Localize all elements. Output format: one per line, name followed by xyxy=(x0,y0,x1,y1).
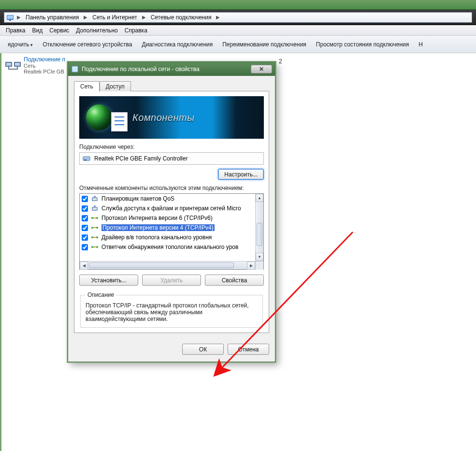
protocol-icon xyxy=(91,233,99,241)
svg-point-22 xyxy=(96,227,98,229)
connection-list-item[interactable]: Подключение п Сеть Realtek PCIe GB xyxy=(4,56,67,74)
close-button[interactable]: ✕ xyxy=(251,65,272,73)
breadcrumb[interactable]: ▶ Панель управления ▶ Сеть и Интернет ▶ … xyxy=(4,12,472,23)
remove-button: Удалить xyxy=(142,275,201,286)
chevron-right-icon: ▶ xyxy=(216,15,220,20)
component-checkbox[interactable] xyxy=(82,215,88,221)
install-button[interactable]: Установить... xyxy=(79,275,138,286)
svg-point-27 xyxy=(91,246,93,248)
svg-rect-6 xyxy=(15,63,20,66)
component-label: Протокол Интернета версии 4 (TCP/IPv4) xyxy=(101,224,215,231)
connect-via-label: Подключение через: xyxy=(79,144,264,150)
svg-point-24 xyxy=(91,236,93,238)
dialog-titlebar[interactable]: Подключение по локальной сети - свойства… xyxy=(68,62,275,76)
protocol-icon xyxy=(91,243,99,251)
svg-rect-5 xyxy=(6,63,11,66)
network-adapter-icon xyxy=(4,56,22,73)
svg-rect-1 xyxy=(7,15,13,19)
components-label: Отмеченные компоненты используются этим … xyxy=(79,185,264,191)
menu-item-service[interactable]: Сервис xyxy=(49,27,69,34)
toolbar-view-status[interactable]: Просмотр состояния подключения xyxy=(311,39,414,50)
menu-item-edit[interactable]: Правка xyxy=(6,27,26,34)
component-row[interactable]: Ответчик обнаружения топологии канальног… xyxy=(80,242,255,252)
component-row[interactable]: Служба доступа к файлам и принтерам сете… xyxy=(80,204,255,213)
scroll-left-icon[interactable]: ◀ xyxy=(80,262,88,270)
scroll-up-icon[interactable]: ▲ xyxy=(256,194,263,202)
properties-button[interactable]: Свойства xyxy=(205,275,264,286)
svg-point-21 xyxy=(91,227,93,229)
toolbar-organize[interactable]: ядочить xyxy=(3,39,38,50)
svg-rect-9 xyxy=(84,159,85,161)
breadcrumb-item[interactable]: Сетевые подключения xyxy=(149,13,214,22)
component-checkbox[interactable] xyxy=(82,225,88,231)
banner: Компоненты xyxy=(79,96,264,139)
service-icon xyxy=(91,195,99,203)
chevron-right-icon: ▶ xyxy=(17,15,21,20)
component-checkbox[interactable] xyxy=(82,196,88,202)
scroll-right-icon[interactable]: ▶ xyxy=(247,262,255,270)
menu-bar: Правка Вид Сервис Дополнительно Справка xyxy=(0,25,476,36)
adapter-name: Realtek PCIe GBE Family Controller xyxy=(94,155,188,162)
component-row[interactable]: Протокол Интернета версии 4 (TCP/IPv4) xyxy=(80,223,255,233)
scroll-down-icon[interactable]: ▼ xyxy=(256,253,263,261)
scroll-thumb[interactable] xyxy=(89,262,234,268)
configure-button[interactable]: Настроить... xyxy=(218,169,264,180)
component-row[interactable]: Планировщик пакетов QoS xyxy=(80,194,255,204)
component-row[interactable]: Драйвер в/в тополога канального уровня xyxy=(80,233,255,242)
svg-point-18 xyxy=(91,217,93,219)
menu-item-view[interactable]: Вид xyxy=(32,27,43,34)
svg-rect-15 xyxy=(93,208,97,210)
ok-button[interactable]: ОК xyxy=(182,344,224,355)
dialog-icon xyxy=(71,65,79,73)
component-checkbox[interactable] xyxy=(82,234,88,241)
svg-rect-12 xyxy=(93,198,97,200)
tab-access[interactable]: Доступ xyxy=(100,81,131,91)
control-panel-icon xyxy=(6,14,14,21)
description-text: Протокол TCP/IP - стандартный протокол г… xyxy=(86,302,258,322)
properties-dialog: Подключение по локальной сети - свойства… xyxy=(68,62,275,362)
svg-point-28 xyxy=(96,246,98,248)
tab-panel-network: Компоненты Подключение через: Realtek PC… xyxy=(74,91,269,333)
command-bar: ядочить Отключение сетевого устройства Д… xyxy=(0,36,476,53)
service-icon xyxy=(91,204,99,212)
toolbar-overflow[interactable]: Н xyxy=(414,39,428,50)
component-label: Служба доступа к файлам и принтерам сете… xyxy=(101,205,241,212)
component-label: Драйвер в/в тополога канального уровня xyxy=(101,234,212,241)
menu-item-extra[interactable]: Дополнительно xyxy=(76,27,117,34)
window-top-border xyxy=(0,0,476,10)
cancel-button[interactable]: Отмена xyxy=(228,344,269,355)
breadcrumb-item[interactable]: Панель управления xyxy=(24,13,81,22)
close-icon: ✕ xyxy=(259,66,264,73)
component-checkbox[interactable] xyxy=(82,244,88,250)
svg-rect-7 xyxy=(72,66,78,72)
scroll-thumb[interactable] xyxy=(257,223,262,246)
dialog-title: Подключение по локальной сети - свойства xyxy=(82,66,200,73)
breadcrumb-item[interactable]: Сеть и Интернет xyxy=(90,13,139,22)
globe-icon xyxy=(86,104,112,131)
toolbar-rename[interactable]: Переименование подключения xyxy=(217,39,311,50)
description-legend: Описание xyxy=(86,291,116,298)
tab-network[interactable]: Сеть xyxy=(74,81,100,91)
component-checkbox[interactable] xyxy=(82,205,88,212)
scrollbar-corner xyxy=(255,262,263,270)
svg-rect-13 xyxy=(94,196,96,197)
tab-strip: Сеть Доступ xyxy=(74,81,269,91)
description-group: Описание Протокол TCP/IP - стандартный п… xyxy=(80,291,263,328)
address-bar: ▶ Панель управления ▶ Сеть и Интернет ▶ … xyxy=(0,10,476,25)
toolbar-diagnose[interactable]: Диагностика подключения xyxy=(137,39,218,50)
chevron-right-icon: ▶ xyxy=(142,15,146,20)
stray-text: 2 xyxy=(279,58,282,65)
menu-item-help[interactable]: Справка xyxy=(125,27,147,34)
component-label: Протокол Интернета версии 6 (TCP/IPv6) xyxy=(101,215,213,221)
component-row[interactable]: Протокол Интернета версии 6 (TCP/IPv6) xyxy=(80,213,255,223)
svg-rect-10 xyxy=(86,159,87,161)
component-list: Планировщик пакетов QoSСлужба доступа к … xyxy=(79,193,264,270)
banner-caption: Компоненты xyxy=(132,112,257,123)
nic-icon xyxy=(83,155,90,162)
horizontal-scrollbar[interactable]: ◀ ▶ xyxy=(80,261,263,269)
component-label: Ответчик обнаружения топологии канальног… xyxy=(101,244,238,250)
svg-point-19 xyxy=(96,217,98,219)
vertical-scrollbar[interactable]: ▲ ▼ xyxy=(255,194,263,261)
toolbar-disable-device[interactable]: Отключение сетевого устройства xyxy=(38,39,137,50)
component-label: Планировщик пакетов QoS xyxy=(101,195,174,202)
